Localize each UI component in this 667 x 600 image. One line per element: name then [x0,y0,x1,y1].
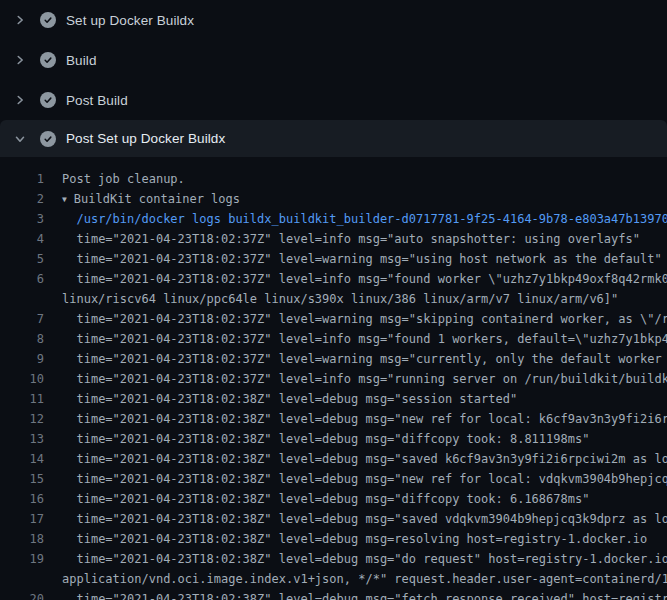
log-text: time="2021-04-23T18:02:37Z" level=info m… [62,229,640,249]
log-text: time="2021-04-23T18:02:38Z" level=debug … [62,469,667,489]
log-text-value: time="2021-04-23T18:02:37Z" level=info m… [76,332,667,346]
log-text-value: time="2021-04-23T18:02:37Z" level=warnin… [76,352,667,366]
log-line-number [0,289,44,309]
log-line-number[interactable]: 11 [0,389,44,409]
log-text-content: time="2021-04-23T18:02:37Z" level=info m… [62,272,667,286]
log-line: 10 time="2021-04-23T18:02:37Z" level=inf… [0,369,667,389]
step-row-set-up-docker-buildx[interactable]: Set up Docker Buildx [0,0,667,40]
log-line-number[interactable]: 6 [0,269,44,289]
log-text-value: time="2021-04-23T18:02:37Z" level=warnin… [76,252,661,266]
log-text: time="2021-04-23T18:02:38Z" level=debug … [62,589,667,600]
log-line-number[interactable]: 16 [0,489,44,509]
log-line-number[interactable]: 4 [0,229,44,249]
log-text-content: time="2021-04-23T18:02:37Z" level=warnin… [62,252,662,266]
log-text-value: time="2021-04-23T18:02:38Z" level=debug … [76,552,667,566]
chevron-right-icon [12,92,28,108]
log-text: time="2021-04-23T18:02:38Z" level=debug … [62,489,589,509]
log-text-value: time="2021-04-23T18:02:37Z" level=info m… [76,272,667,286]
log-line-number[interactable]: 3 [0,209,44,229]
log-line-number[interactable]: 8 [0,329,44,349]
log-text-value: application/vnd.oci.image.index.v1+json,… [62,572,667,586]
log-text-value: time="2021-04-23T18:02:38Z" level=debug … [76,532,647,546]
log-text-content: time="2021-04-23T18:02:38Z" level=debug … [62,492,589,506]
log-text-value: /usr/bin/docker logs buildx_buildkit_bui… [76,212,667,226]
log-text-content: application/vnd.oci.image.index.v1+json,… [62,572,667,586]
log-text: linux/riscv64 linux/ppc64le linux/s390x … [62,289,618,309]
log-line-number[interactable]: 10 [0,369,44,389]
log-text: time="2021-04-23T18:02:37Z" level=info m… [62,269,667,289]
log-line: 20 time="2021-04-23T18:02:38Z" level=deb… [0,589,667,600]
log-line-number[interactable]: 18 [0,529,44,549]
step-row-build[interactable]: Build [0,40,667,80]
log-text-content: Post job cleanup. [62,172,185,186]
log-text-value: time="2021-04-23T18:02:37Z" level=info m… [76,232,640,246]
log-line-number[interactable]: 1 [0,169,44,189]
log-line: 18 time="2021-04-23T18:02:38Z" level=deb… [0,529,667,549]
log-text-value: time="2021-04-23T18:02:38Z" level=debug … [76,412,667,426]
log-text: time="2021-04-23T18:02:38Z" level=debug … [62,549,667,569]
log-line-number[interactable]: 7 [0,309,44,329]
group-expand-caret-icon[interactable]: ▼ [62,190,67,209]
log-text-content: time="2021-04-23T18:02:38Z" level=debug … [62,452,667,466]
log-text-content: time="2021-04-23T18:02:38Z" level=debug … [62,392,517,406]
log-line: 12 time="2021-04-23T18:02:38Z" level=deb… [0,409,667,429]
log-text-content: time="2021-04-23T18:02:37Z" level=info m… [62,232,640,246]
log-text-content: /usr/bin/docker logs buildx_buildkit_bui… [62,212,667,226]
step-row-post-build[interactable]: Post Build [0,80,667,120]
log-line: 14 time="2021-04-23T18:02:38Z" level=deb… [0,449,667,469]
log-text: time="2021-04-23T18:02:37Z" level=warnin… [62,349,667,369]
log-text-content: time="2021-04-23T18:02:38Z" level=debug … [62,432,589,446]
log-text: time="2021-04-23T18:02:38Z" level=debug … [62,429,589,449]
log-text-content: time="2021-04-23T18:02:37Z" level=info m… [62,372,667,386]
log-text-value: time="2021-04-23T18:02:38Z" level=debug … [76,512,667,526]
step-row-post-set-up-docker-buildx[interactable]: Post Set up Docker Buildx [0,120,667,157]
log-line: 6 time="2021-04-23T18:02:37Z" level=info… [0,269,667,289]
log-line-number[interactable]: 13 [0,429,44,449]
step-title: Build [66,53,97,68]
log-group-label[interactable]: ▼BuildKit container logs [62,189,240,209]
check-circle-icon [40,92,56,108]
step-title: Post Build [66,93,128,108]
log-line: 1Post job cleanup. [0,169,667,189]
log-line: 13 time="2021-04-23T18:02:38Z" level=deb… [0,429,667,449]
log-line-number[interactable]: 5 [0,249,44,269]
log-viewer[interactable]: 1Post job cleanup.2▼BuildKit container l… [0,157,667,600]
log-line-number[interactable]: 15 [0,469,44,489]
log-line: 7 time="2021-04-23T18:02:37Z" level=warn… [0,309,667,329]
log-text-value: time="2021-04-23T18:02:38Z" level=debug … [76,492,589,506]
log-text-value: time="2021-04-23T18:02:37Z" level=info m… [76,372,667,386]
log-line-continuation: application/vnd.oci.image.index.v1+json,… [0,569,667,589]
log-line-number[interactable]: 12 [0,409,44,429]
log-line-number[interactable]: 9 [0,349,44,369]
log-text: application/vnd.oci.image.index.v1+json,… [62,569,667,589]
log-line-number[interactable]: 20 [0,589,44,600]
log-line: 8 time="2021-04-23T18:02:37Z" level=info… [0,329,667,349]
log-text-content: time="2021-04-23T18:02:38Z" level=debug … [62,552,667,566]
log-text: time="2021-04-23T18:02:38Z" level=debug … [62,449,667,469]
log-text-value: time="2021-04-23T18:02:38Z" level=debug … [76,432,589,446]
log-line: 11 time="2021-04-23T18:02:38Z" level=deb… [0,389,667,409]
log-line: 4 time="2021-04-23T18:02:37Z" level=info… [0,229,667,249]
log-text-content: time="2021-04-23T18:02:37Z" level=warnin… [62,352,667,366]
log-line: 16 time="2021-04-23T18:02:38Z" level=deb… [0,489,667,509]
log-text-value: time="2021-04-23T18:02:38Z" level=debug … [76,592,667,600]
log-line-number[interactable]: 2 [0,189,44,209]
chevron-down-icon [12,131,28,147]
log-text: time="2021-04-23T18:02:38Z" level=debug … [62,389,517,409]
log-text-content: time="2021-04-23T18:02:38Z" level=debug … [62,512,667,526]
log-text-value: time="2021-04-23T18:02:38Z" level=debug … [76,472,667,486]
log-text: time="2021-04-23T18:02:38Z" level=debug … [62,529,647,549]
log-line: 9 time="2021-04-23T18:02:37Z" level=warn… [0,349,667,369]
log-text-content: time="2021-04-23T18:02:38Z" level=debug … [62,472,667,486]
log-text: time="2021-04-23T18:02:37Z" level=warnin… [62,249,662,269]
log-line-number[interactable]: 14 [0,449,44,469]
log-text: time="2021-04-23T18:02:37Z" level=info m… [62,329,667,349]
log-line: 17 time="2021-04-23T18:02:38Z" level=deb… [0,509,667,529]
log-line-number[interactable]: 19 [0,549,44,569]
check-circle-icon [40,131,56,147]
log-command-text: /usr/bin/docker logs buildx_buildkit_bui… [62,209,667,229]
log-text-content: time="2021-04-23T18:02:37Z" level=info m… [62,332,667,346]
log-line-number [0,569,44,589]
log-line-continuation: linux/riscv64 linux/ppc64le linux/s390x … [0,289,667,309]
log-line-number[interactable]: 17 [0,509,44,529]
